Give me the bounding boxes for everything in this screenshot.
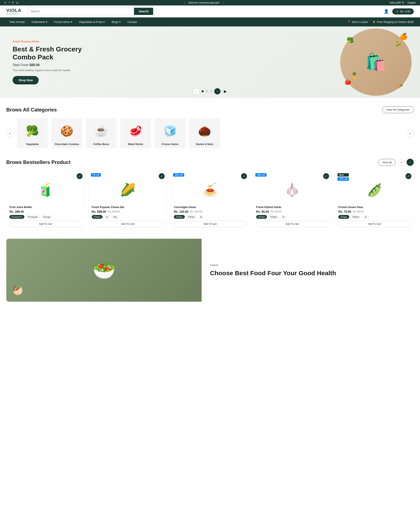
garlic-image: 🧄 bbox=[256, 176, 328, 203]
nav-contact[interactable]: Contact bbox=[124, 17, 140, 26]
variant-pineapple[interactable]: Pineapple bbox=[26, 215, 40, 219]
logo[interactable]: VIOLA Grocery bbox=[6, 8, 23, 15]
price-old: Rs. 99.00 bbox=[271, 210, 281, 213]
next-announcement[interactable]: › bbox=[223, 1, 224, 4]
price-current: Rs. 599.00 bbox=[92, 210, 106, 213]
variant-250gm[interactable]: 250gm bbox=[338, 215, 349, 219]
nav-blogs[interactable]: Blogs ▾ bbox=[108, 17, 124, 26]
product-garlic-name: Fresh Hybrid Garlic bbox=[256, 206, 328, 209]
dropdown-icon: ▾ bbox=[119, 20, 121, 24]
prev-announcement[interactable]: ‹ bbox=[184, 1, 185, 4]
product-fruit-juice-name: Fruit Juice Bottle bbox=[9, 206, 82, 209]
view-all-categories-button[interactable]: View All Categories bbox=[382, 106, 414, 113]
category-meat-sticks[interactable]: 🥩 Meat Sticks bbox=[120, 118, 151, 148]
pasta-badges: 20% off bbox=[173, 173, 184, 176]
categories-grid: ‹ 🥦 Vegetable 🍪 Chocolate Cookies ☕ Coff… bbox=[6, 118, 414, 148]
add-to-cart-pasta[interactable]: Add To Cart bbox=[174, 221, 246, 227]
product-next-button[interactable]: › bbox=[407, 159, 414, 166]
bestsellers-header: Brows Bestsellers Product View all ‹ › bbox=[6, 159, 414, 166]
product-expand-icon[interactable]: ⤢ bbox=[405, 173, 411, 179]
price-current: Rs. 80.00 bbox=[256, 210, 269, 213]
category-seeds-nuts-label: Seeds & Nuts bbox=[196, 143, 213, 146]
product-green-peas-variants: 250gm 500gm 1k bbox=[338, 215, 411, 219]
nav-left: New Arrivals Collections ▾ Frozen Items … bbox=[6, 17, 347, 26]
product-green-peas-prices: Rs. 70.00 Rs. 85.00 bbox=[338, 210, 411, 213]
category-seeds-nuts[interactable]: 🌰 Seeds & Nuts bbox=[189, 118, 220, 148]
variant-250gm[interactable]: 250gm bbox=[174, 215, 185, 219]
hero-image: 🛍️ 🍊 🥦 🍅 🥕 🌽 🍍 bbox=[223, 26, 420, 98]
promo-tag: Salads bbox=[210, 263, 405, 267]
variant-500gm[interactable]: 500gm bbox=[350, 215, 361, 219]
cart-amount: Rs. 0.00 bbox=[400, 10, 410, 13]
instagram-icon[interactable]: ◎ bbox=[16, 1, 18, 4]
add-to-cart-garlic[interactable]: Add To Cart bbox=[256, 221, 328, 227]
store-locator[interactable]: 📍 Store Locator bbox=[347, 20, 368, 24]
pasta-image: 🍝 bbox=[174, 176, 246, 203]
nav-frozen-items[interactable]: Frozen Items ▾ bbox=[51, 17, 76, 26]
product-chana-dal-prices: Rs. 599.00 Rs. 649.00 bbox=[92, 210, 164, 213]
search-input[interactable] bbox=[27, 8, 134, 15]
nav-right: 📍 Store Locator ⚡ Free Shipping on Order… bbox=[347, 20, 414, 24]
garlic-badges: 19% off bbox=[255, 173, 266, 176]
category-vegetable[interactable]: 🥦 Vegetable bbox=[17, 118, 48, 148]
add-to-cart-chana-dal[interactable]: Add To Cart bbox=[92, 221, 164, 227]
product-expand-icon[interactable]: ⤢ bbox=[77, 173, 83, 179]
variant-strawberry[interactable]: Strawberry bbox=[9, 215, 24, 219]
variant-1k[interactable]: 1k bbox=[198, 215, 204, 219]
categories-title: Brows All Categories bbox=[6, 107, 57, 113]
variant-500gm[interactable]: 500gm bbox=[92, 215, 103, 219]
product-chana-dal-variants: 500gm 1k 5kg bbox=[92, 215, 164, 219]
green-peas-image: 🫛 bbox=[338, 176, 411, 203]
categories-next-button[interactable]: › bbox=[407, 130, 414, 137]
twitter-icon[interactable]: ✕ bbox=[4, 1, 6, 4]
cart-button[interactable]: 🛒 Rs. 0.00 bbox=[392, 9, 414, 15]
discount-badge: 7% off bbox=[91, 173, 101, 176]
promo-title: Choose Best Food Four Your Good Health bbox=[210, 269, 405, 277]
search-button[interactable]: Search bbox=[134, 8, 153, 15]
variant-250gm[interactable]: 250gm bbox=[256, 215, 267, 219]
pinterest-icon[interactable]: P bbox=[12, 1, 14, 4]
category-chocolate-cookies[interactable]: 🍪 Chocolate Cookies bbox=[51, 118, 82, 148]
price-current: Rs. 70.00 bbox=[338, 210, 351, 213]
account-icon[interactable]: 👤 bbox=[384, 9, 389, 14]
variant-1k[interactable]: 1k bbox=[104, 215, 110, 219]
product-pasta: 20% off ⤢ 🍝 Conchiglie Pasta Rs. 120.00 … bbox=[171, 171, 249, 230]
category-coffee-bens[interactable]: ☕ Coffee Bens bbox=[86, 118, 117, 148]
variant-500gm[interactable]: 500gm bbox=[186, 215, 197, 219]
nav-vegetables-fruits[interactable]: Vegetables & Fruits ▾ bbox=[76, 17, 108, 26]
hero-play-button[interactable]: ▶ bbox=[224, 89, 227, 94]
product-expand-icon[interactable]: ⤢ bbox=[159, 173, 165, 179]
variant-orange[interactable]: Orange bbox=[41, 215, 52, 219]
add-to-cart-fruit-juice[interactable]: Add To Cart bbox=[9, 221, 82, 227]
categories-list: 🥦 Vegetable 🍪 Chocolate Cookies ☕ Coffee… bbox=[17, 118, 403, 148]
variant-1k[interactable]: 1k bbox=[363, 215, 369, 219]
dropdown-icon: ▾ bbox=[103, 20, 105, 24]
categories-prev-button[interactable]: ‹ bbox=[6, 130, 13, 137]
search-bar: Search bbox=[27, 8, 153, 15]
view-all-products-button[interactable]: View all bbox=[378, 159, 396, 166]
category-meat-sticks-label: Meat Sticks bbox=[128, 143, 143, 146]
variant-5kg[interactable]: 5kg bbox=[111, 215, 119, 219]
variant-1k[interactable]: 1k bbox=[280, 215, 287, 219]
price-current: Rs. 120.00 bbox=[174, 210, 188, 213]
shop-now-button[interactable]: Shop Now bbox=[13, 76, 39, 84]
price-old: Rs. 85.00 bbox=[353, 210, 364, 213]
nav-collections[interactable]: Collections ▾ bbox=[28, 17, 51, 26]
product-fruit-juice-prices: Rs. 399.00 bbox=[9, 210, 82, 213]
language-selector[interactable]: English bbox=[408, 1, 416, 4]
product-expand-icon[interactable]: ⤢ bbox=[241, 173, 247, 179]
variant-500gm[interactable]: 500gm bbox=[268, 215, 279, 219]
category-frozen-items[interactable]: 🧊 Frozen Items bbox=[155, 118, 186, 148]
lightning-icon: ⚡ bbox=[372, 20, 376, 24]
product-fruit-juice: ⤢ 🧃 Fruit Juice Bottle Rs. 399.00 Strawb… bbox=[6, 171, 85, 230]
region-selector[interactable]: India (INR ₹) bbox=[390, 1, 404, 4]
product-garlic-variants: 250gm 500gm 1k bbox=[256, 215, 328, 219]
hero-grocery-image: 🛍️ 🍊 🥦 🍅 🥕 🌽 🍍 bbox=[340, 28, 411, 96]
price-current: Rs. 399.00 bbox=[9, 210, 24, 213]
facebook-icon[interactable]: f bbox=[9, 1, 9, 4]
product-garlic: 19% off ⤢ 🧄 Fresh Hybrid Garlic Rs. 80.0… bbox=[253, 171, 332, 230]
add-to-cart-green-peas[interactable]: Add To Cart bbox=[338, 221, 411, 227]
product-prev-button[interactable]: ‹ bbox=[398, 159, 405, 166]
main-nav: New Arrivals Collections ▾ Frozen Items … bbox=[0, 17, 420, 26]
nav-new-arrivals[interactable]: New Arrivals bbox=[6, 17, 28, 26]
